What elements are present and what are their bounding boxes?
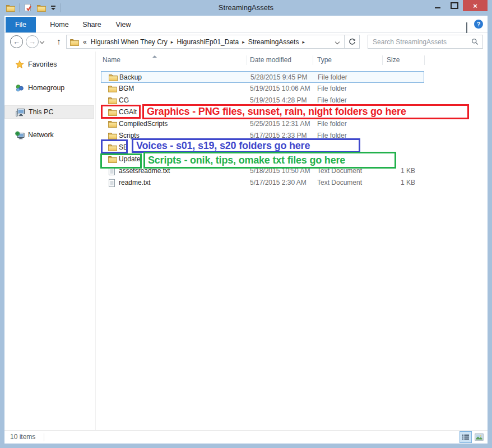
status-separator <box>44 433 44 441</box>
back-button[interactable]: ← <box>10 35 23 48</box>
sidebar-item-label: Network <box>28 131 54 139</box>
column-divider[interactable] <box>313 55 313 65</box>
close-button[interactable]: × <box>463 0 488 11</box>
column-divider[interactable] <box>247 55 247 65</box>
folder-icon <box>108 85 117 92</box>
sidebar-item-label: Homegroup <box>28 84 64 92</box>
large-icons-view-button[interactable] <box>473 431 485 443</box>
file-type: File folder <box>318 72 347 83</box>
search-icon[interactable] <box>471 38 479 45</box>
folder-icon <box>108 132 117 139</box>
breadcrumb-items: Higurashi When They Cry▸HigurashiEp01_Da… <box>89 38 306 46</box>
sidebar-item-favorites[interactable]: Favorites <box>4 58 94 71</box>
file-type: Text Document <box>317 177 362 189</box>
file-date-modified: 5/28/2015 9:45 PM <box>250 72 307 83</box>
breadcrumb-collapse-icon[interactable]: « <box>83 38 87 46</box>
column-divider[interactable] <box>424 55 425 65</box>
breadcrumb-separator-icon[interactable]: ▸ <box>170 39 175 45</box>
items-count: 10 items <box>10 431 35 444</box>
window-border-bottom <box>0 444 492 448</box>
star-icon <box>15 60 25 69</box>
file-name: Backup <box>119 72 142 83</box>
tab-view[interactable]: View <box>104 17 142 32</box>
breadcrumb-item[interactable]: HigurashiEp01_Data <box>174 38 241 46</box>
computer-icon <box>15 108 25 116</box>
file-row[interactable]: Backup5/28/2015 9:45 PMFile folder <box>101 71 424 83</box>
annotation-scripts: Scripts - onik, tips, omake txt files go… <box>143 152 396 169</box>
address-bar[interactable]: « Higurashi When They Cry▸HigurashiEp01_… <box>66 35 360 49</box>
file-row[interactable]: BGM5/19/2015 10:06 AMFile folder <box>101 83 424 95</box>
sidebar-item-this-pc[interactable]: This PC <box>4 105 94 119</box>
explorer-window: StreamingAssets × File Home Share View ?… <box>0 0 492 448</box>
window-border-right <box>488 16 492 448</box>
file-name: CompiledScripts <box>119 118 168 130</box>
column-header-name[interactable]: Name <box>103 54 120 66</box>
recent-locations-dropdown[interactable] <box>40 40 44 43</box>
file-row[interactable]: CompiledScripts5/25/2015 12:31 AMFile fo… <box>101 118 424 130</box>
network-icon <box>15 131 25 139</box>
breadcrumb-item[interactable]: StreamingAssets <box>246 38 301 46</box>
window-controls: × <box>429 0 488 12</box>
search-input[interactable] <box>368 38 471 46</box>
annotation-voices: Voices - s01, s19, s20 folders go here <box>132 138 360 153</box>
status-bar: 10 items <box>4 430 488 444</box>
file-type: File folder <box>317 118 347 130</box>
breadcrumb-separator-icon[interactable]: ▸ <box>241 39 246 45</box>
annotation-box-update <box>100 153 142 169</box>
text-file-icon <box>108 179 115 188</box>
refresh-icon[interactable] <box>344 35 359 48</box>
folder-icon <box>108 120 117 128</box>
back-arrow-icon: ← <box>10 35 23 48</box>
column-header-type[interactable]: Type <box>317 54 332 66</box>
search-box <box>368 35 483 49</box>
file-date-modified: 5/25/2015 12:31 AM <box>250 118 310 130</box>
column-divider[interactable] <box>382 55 383 65</box>
details-view-button[interactable] <box>459 431 472 443</box>
file-size: 1 KB <box>364 177 415 189</box>
sidebar-item-homegroup[interactable]: Homegroup <box>4 81 94 95</box>
maximize-button[interactable] <box>446 0 463 11</box>
new-folder-icon[interactable] <box>36 3 47 13</box>
quick-access-toolbar <box>6 0 61 16</box>
annotation-graphics: Graphics - PNG files, sunset, rain, nigh… <box>142 104 469 119</box>
forward-arrow-icon: → <box>26 35 39 48</box>
title-bar: StreamingAssets × <box>0 0 492 16</box>
file-row[interactable]: readme.txt5/17/2015 2:30 AMText Document… <box>101 177 424 189</box>
qat-separator <box>19 3 20 12</box>
sort-ascending-icon[interactable] <box>152 55 157 58</box>
folder-icon <box>109 73 118 81</box>
address-folder-icon <box>70 38 79 46</box>
tab-file[interactable]: File <box>6 17 36 32</box>
help-icon[interactable]: ? <box>474 20 483 29</box>
chevron-down-icon <box>40 39 44 44</box>
file-name: readme.txt <box>119 177 151 189</box>
annotation-box-se <box>101 139 128 153</box>
column-header-date-modified[interactable]: Date modified <box>250 54 291 66</box>
ribbon-expand-chevron-icon[interactable] <box>466 22 467 32</box>
sidebar-item-label: This PC <box>29 108 53 116</box>
navigation-bar: ← → ↑ « Higurashi When They Cry▸Higurash… <box>4 33 488 52</box>
qat-dropdown-icon[interactable] <box>50 6 57 10</box>
file-date-modified: 5/19/2015 10:06 AM <box>250 83 310 95</box>
folder-icon <box>108 96 117 104</box>
breadcrumb-separator-icon[interactable]: ▸ <box>301 39 306 45</box>
sidebar-divider <box>95 52 96 430</box>
file-type: File folder <box>317 83 347 95</box>
homegroup-icon <box>15 83 25 92</box>
breadcrumb-item[interactable]: Higurashi When They Cry <box>89 38 170 46</box>
up-button[interactable]: ↑ <box>53 35 65 47</box>
window-border-left <box>0 16 4 448</box>
ribbon-tabstrip: File Home Share View ? <box>4 16 488 33</box>
sidebar-item-network[interactable]: Network <box>4 128 94 142</box>
address-dropdown-icon[interactable] <box>331 40 344 44</box>
column-header-size[interactable]: Size <box>387 54 400 66</box>
forward-button[interactable]: → <box>26 35 39 48</box>
file-name: BGM <box>119 83 134 95</box>
file-date-modified: 5/17/2015 2:30 AM <box>250 177 307 189</box>
sidebar-item-label: Favorites <box>28 60 57 68</box>
explorer-folder-icon[interactable] <box>6 3 16 13</box>
annotation-box-cgalt <box>101 105 141 119</box>
window-title: StreamingAssets <box>0 0 492 16</box>
minimize-button[interactable] <box>429 0 446 11</box>
properties-icon[interactable] <box>23 3 33 13</box>
